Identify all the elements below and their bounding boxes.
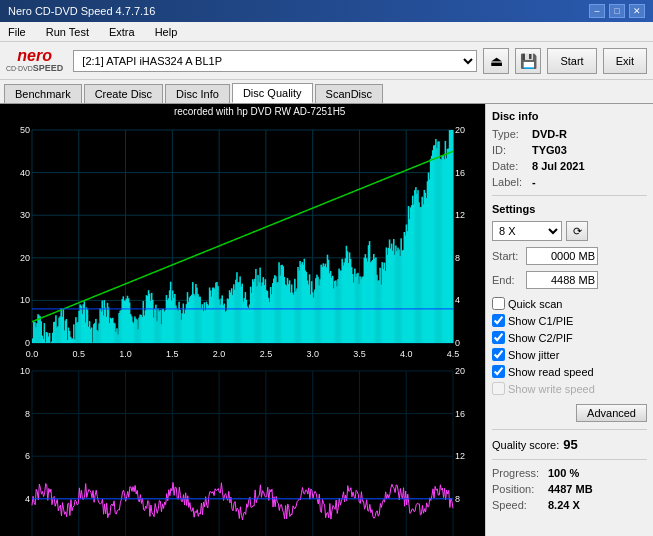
menu-bar: File Run Test Extra Help	[0, 22, 653, 42]
id-value: TYG03	[532, 144, 567, 156]
show-read-speed-label: Show read speed	[508, 366, 594, 378]
advanced-row: Advanced	[492, 402, 647, 422]
bottom-chart-canvas	[4, 363, 481, 536]
end-mb-label: End:	[492, 274, 522, 286]
show-jitter-checkbox[interactable]	[492, 348, 505, 361]
eject-icon-button[interactable]: ⏏	[483, 48, 509, 74]
quick-scan-row: Quick scan	[492, 297, 647, 310]
divider-2	[492, 429, 647, 430]
divider-3	[492, 459, 647, 460]
date-label: Date:	[492, 160, 528, 172]
show-c2-pif-label: Show C2/PIF	[508, 332, 573, 344]
progress-value: 100 %	[548, 467, 579, 479]
show-read-speed-checkbox[interactable]	[492, 365, 505, 378]
end-mb-input[interactable]	[526, 271, 598, 289]
show-c1-pie-row: Show C1/PIE	[492, 314, 647, 327]
quick-scan-checkbox[interactable]	[492, 297, 505, 310]
divider-1	[492, 195, 647, 196]
disc-id-row: ID: TYG03	[492, 144, 647, 156]
show-read-speed-row: Show read speed	[492, 365, 647, 378]
progress-label: Progress:	[492, 467, 544, 479]
show-c2-pif-checkbox[interactable]	[492, 331, 505, 344]
tabs: Benchmark Create Disc Disc Info Disc Qua…	[0, 80, 653, 104]
settings-icon-button[interactable]: ⟳	[566, 221, 588, 241]
quick-scan-label: Quick scan	[508, 298, 562, 310]
speed-row-progress: Speed: 8.24 X	[492, 499, 647, 511]
exit-button[interactable]: Exit	[603, 48, 647, 74]
title-bar-controls: – □ ✕	[589, 4, 645, 18]
id-label: ID:	[492, 144, 528, 156]
start-mb-input[interactable]	[526, 247, 598, 265]
start-button[interactable]: Start	[547, 48, 596, 74]
chart-title: recorded with hp DVD RW AD-7251H5	[174, 106, 346, 117]
toolbar: nero CD·DVDSPEED [2:1] ATAPI iHAS324 A B…	[0, 42, 653, 80]
nero-subtitle: CD·DVDSPEED	[6, 64, 63, 73]
chart-area: recorded with hp DVD RW AD-7251H5	[0, 104, 485, 536]
disc-type-row: Type: DVD-R	[492, 128, 647, 140]
date-value: 8 Jul 2021	[532, 160, 585, 172]
start-mb-label: Start:	[492, 250, 522, 262]
speed-select[interactable]: 8 X	[492, 221, 562, 241]
nero-logo: nero	[17, 48, 52, 64]
show-jitter-row: Show jitter	[492, 348, 647, 361]
nero-logo-area: nero CD·DVDSPEED	[6, 48, 63, 73]
label-value: -	[532, 176, 536, 188]
speed-value: 8.24 X	[548, 499, 580, 511]
show-write-speed-label: Show write speed	[508, 383, 595, 395]
position-value: 4487 MB	[548, 483, 593, 495]
progress-row: Progress: 100 %	[492, 467, 647, 479]
menu-help[interactable]: Help	[151, 24, 182, 40]
top-chart-canvas	[4, 122, 481, 361]
menu-run-test[interactable]: Run Test	[42, 24, 93, 40]
start-field-row: Start:	[492, 247, 647, 265]
show-jitter-label: Show jitter	[508, 349, 559, 361]
disc-info-title: Disc info	[492, 110, 647, 122]
tab-create-disc[interactable]: Create Disc	[84, 84, 163, 103]
tab-disc-info[interactable]: Disc Info	[165, 84, 230, 103]
minimize-button[interactable]: –	[589, 4, 605, 18]
right-panel: Disc info Type: DVD-R ID: TYG03 Date: 8 …	[485, 104, 653, 536]
show-c2-pif-row: Show C2/PIF	[492, 331, 647, 344]
type-label: Type:	[492, 128, 528, 140]
disc-date-row: Date: 8 Jul 2021	[492, 160, 647, 172]
drive-select[interactable]: [2:1] ATAPI iHAS324 A BL1P	[73, 50, 477, 72]
quality-score-value: 95	[563, 437, 577, 452]
quality-score-row: Quality score: 95	[492, 437, 647, 452]
title-bar: Nero CD-DVD Speed 4.7.7.16 – □ ✕	[0, 0, 653, 22]
show-c1-pie-checkbox[interactable]	[492, 314, 505, 327]
tab-disc-quality[interactable]: Disc Quality	[232, 83, 313, 103]
show-c1-pie-label: Show C1/PIE	[508, 315, 573, 327]
type-value: DVD-R	[532, 128, 567, 140]
speed-label: Speed:	[492, 499, 544, 511]
position-row: Position: 4487 MB	[492, 483, 647, 495]
tab-scan-disc[interactable]: ScanDisc	[315, 84, 383, 103]
show-write-speed-checkbox[interactable]	[492, 382, 505, 395]
settings-title: Settings	[492, 203, 647, 215]
end-field-row: End:	[492, 271, 647, 289]
main-content: recorded with hp DVD RW AD-7251H5 Disc i…	[0, 104, 653, 536]
menu-file[interactable]: File	[4, 24, 30, 40]
title-bar-text: Nero CD-DVD Speed 4.7.7.16	[8, 5, 155, 17]
position-label: Position:	[492, 483, 544, 495]
quality-score-label: Quality score:	[492, 439, 559, 451]
maximize-button[interactable]: □	[609, 4, 625, 18]
disc-label-row: Label: -	[492, 176, 647, 188]
save-icon-button[interactable]: 💾	[515, 48, 541, 74]
label-label: Label:	[492, 176, 528, 188]
speed-row: 8 X ⟳	[492, 221, 647, 241]
advanced-button[interactable]: Advanced	[576, 404, 647, 422]
tab-benchmark[interactable]: Benchmark	[4, 84, 82, 103]
close-button[interactable]: ✕	[629, 4, 645, 18]
show-write-speed-row: Show write speed	[492, 382, 647, 395]
menu-extra[interactable]: Extra	[105, 24, 139, 40]
